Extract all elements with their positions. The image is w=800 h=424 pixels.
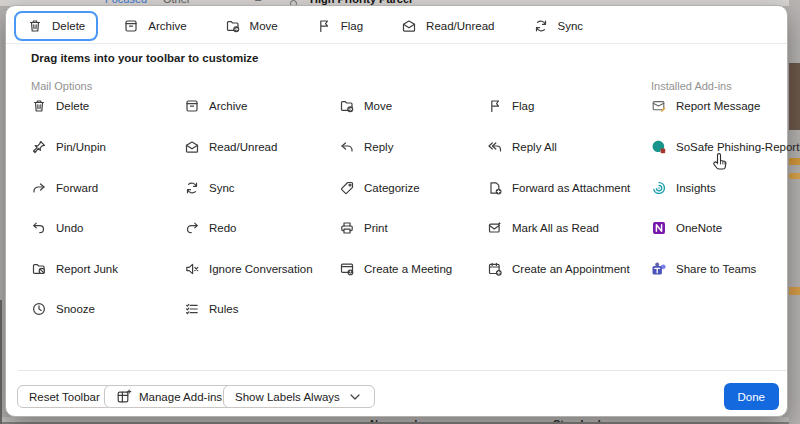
option-share-to-teams[interactable]: Share to Teams <box>651 259 756 279</box>
option-label: Categorize <box>364 182 420 194</box>
option-label: SoSafe Phishing-Reportin <box>676 141 800 153</box>
archive-icon <box>184 98 200 114</box>
option-label: Move <box>364 100 392 112</box>
option-label: Mark All as Read <box>512 222 599 234</box>
forward-icon <box>31 180 47 196</box>
option-onenote[interactable]: OneNote <box>651 218 722 238</box>
sync-icon <box>184 180 200 196</box>
option-label: Redo <box>209 222 237 234</box>
option-read-unread[interactable]: Read/Unread <box>184 137 277 157</box>
option-label: Ignore Conversation <box>209 263 313 275</box>
option-create-an-appointment[interactable]: Create an Appointment <box>487 259 630 279</box>
chevron-down-icon <box>347 389 363 405</box>
customize-toolbar-dialog: Delete Archive Move Flag Read/Unread Syn… <box>5 5 788 417</box>
manage-grid-icon <box>116 389 132 405</box>
teams-icon <box>651 261 667 277</box>
bottom-text-fragment: Nervous! <box>370 418 418 424</box>
option-label: Forward <box>56 182 98 194</box>
option-label: Sync <box>209 182 235 194</box>
option-ignore-conversation[interactable]: Ignore Conversation <box>184 259 313 279</box>
option-label: Reply <box>364 141 393 153</box>
show-labels-value: Show Labels Always <box>235 391 340 403</box>
option-flag[interactable]: Flag <box>487 96 534 116</box>
options-grid: Delete Archive Move Flag Pin/Unpin Read/… <box>6 6 787 416</box>
option-label: Pin/Unpin <box>56 141 106 153</box>
underlying-content-block <box>789 63 800 130</box>
option-label: Insights <box>676 182 716 194</box>
underlying-content-block <box>789 173 800 179</box>
option-label: Print <box>364 222 388 234</box>
option-label: Snooze <box>56 303 95 315</box>
option-label: Report Message <box>676 100 760 112</box>
rules-icon <box>184 301 200 317</box>
option-label: Read/Unread <box>209 141 277 153</box>
tag-icon <box>339 180 355 196</box>
option-forward[interactable]: Forward <box>31 178 98 198</box>
flag-icon <box>487 98 503 114</box>
show-labels-dropdown[interactable]: Show Labels Always <box>223 385 375 408</box>
option-reply-all[interactable]: Reply All <box>487 137 557 157</box>
option-label: Undo <box>56 222 84 234</box>
option-sosafe-phishing-reportin[interactable]: SoSafe Phishing-Reportin <box>651 137 800 157</box>
pin-icon <box>31 139 47 155</box>
option-snooze[interactable]: Snooze <box>31 299 95 319</box>
option-archive[interactable]: Archive <box>184 96 247 116</box>
underlying-content-block <box>789 158 800 165</box>
option-undo[interactable]: Undo <box>31 218 84 238</box>
reply-icon <box>339 139 355 155</box>
redo-icon <box>184 220 200 236</box>
junk-icon <box>31 261 47 277</box>
manage-addins-label: Manage Add-ins... <box>139 391 232 403</box>
undo-icon <box>31 220 47 236</box>
option-insights[interactable]: Insights <box>651 178 716 198</box>
option-label: Share to Teams <box>676 263 756 275</box>
reset-toolbar-button[interactable]: Reset Toolbar <box>17 385 112 408</box>
mail-check-icon <box>487 220 503 236</box>
done-button[interactable]: Done <box>724 383 780 410</box>
option-label: Reply All <box>512 141 557 153</box>
underlying-window-left-edge <box>0 300 2 424</box>
option-move[interactable]: Move <box>339 96 392 116</box>
divider <box>18 370 787 371</box>
insights-icon <box>651 180 667 196</box>
forward-attach-icon <box>487 180 503 196</box>
option-forward-as-attachment[interactable]: Forward as Attachment <box>487 178 630 198</box>
option-rules[interactable]: Rules <box>184 299 238 319</box>
onenote-icon <box>651 220 667 236</box>
underlying-content-block <box>789 287 800 295</box>
option-label: Report Junk <box>56 263 118 275</box>
print-icon <box>339 220 355 236</box>
option-label: Rules <box>209 303 238 315</box>
option-report-junk[interactable]: Report Junk <box>31 259 118 279</box>
underlying-window-bottom: Nervous! Standard <box>0 417 800 424</box>
option-label: Forward as Attachment <box>512 182 630 194</box>
option-label: Create an Appointment <box>512 263 630 275</box>
option-label: Flag <box>512 100 534 112</box>
mail-icon <box>184 139 200 155</box>
option-label: OneNote <box>676 222 722 234</box>
reset-toolbar-label: Reset Toolbar <box>29 391 100 403</box>
option-label: Archive <box>209 100 247 112</box>
screen: Focused Other – High Priority Parcel Ner… <box>0 0 800 424</box>
option-reply[interactable]: Reply <box>339 137 393 157</box>
option-redo[interactable]: Redo <box>184 218 237 238</box>
option-sync[interactable]: Sync <box>184 178 235 198</box>
option-create-a-meeting[interactable]: Create a Meeting <box>339 259 452 279</box>
bottom-text-fragment: Standard <box>553 418 601 424</box>
report-message-icon <box>651 98 667 114</box>
option-mark-all-as-read[interactable]: Mark All as Read <box>487 218 599 238</box>
option-pin-unpin[interactable]: Pin/Unpin <box>31 137 106 157</box>
option-categorize[interactable]: Categorize <box>339 178 420 198</box>
option-print[interactable]: Print <box>339 218 388 238</box>
move-icon <box>339 98 355 114</box>
option-label: Delete <box>56 100 89 112</box>
clock-icon <box>31 301 47 317</box>
trash-icon <box>31 98 47 114</box>
option-label: Create a Meeting <box>364 263 452 275</box>
appointment-icon <box>487 261 503 277</box>
underlying-window-right <box>789 0 800 424</box>
mute-icon <box>184 261 200 277</box>
sosafe-icon <box>651 139 667 155</box>
option-report-message[interactable]: Report Message <box>651 96 760 116</box>
option-delete[interactable]: Delete <box>31 96 89 116</box>
